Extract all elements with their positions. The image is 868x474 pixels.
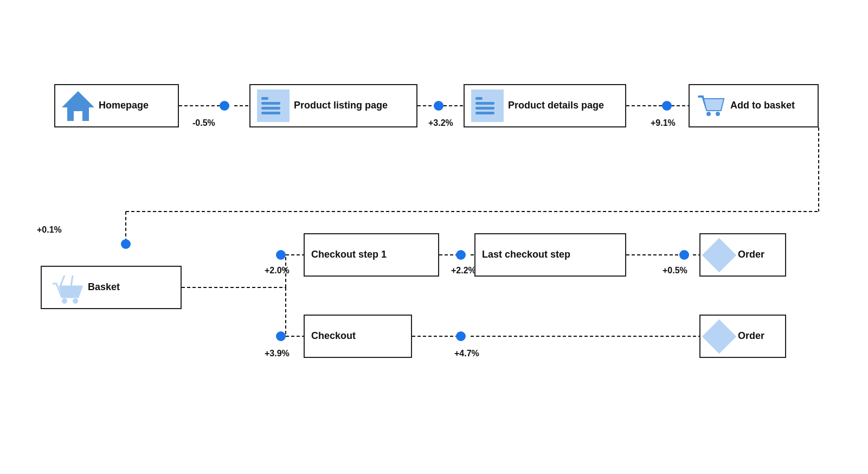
homepage-label: Homepage	[99, 100, 149, 112]
product-details-label: Product details page	[508, 100, 604, 112]
svg-point-22	[706, 112, 711, 116]
svg-line-26	[60, 276, 65, 286]
dot-lcs	[456, 250, 466, 260]
basket-label: Basket	[88, 281, 120, 293]
product-details-icon	[471, 89, 504, 122]
order1-icon	[707, 243, 731, 267]
add-to-basket-node: Add to basket	[689, 84, 819, 127]
pct-cs1-to-lcs: +2.2%	[451, 266, 476, 276]
last-checkout-label: Last checkout step	[482, 249, 570, 261]
pct-plp-to-pdp: +3.2%	[428, 118, 453, 128]
dot-cs1	[276, 250, 286, 260]
add-to-basket-label: Add to basket	[730, 100, 795, 112]
pct-atb-to-basket: +0.1%	[37, 225, 62, 235]
pct-lcs-to-order1: +0.5%	[663, 266, 687, 276]
dot-plp	[220, 101, 229, 111]
homepage-node: Homepage	[54, 84, 179, 127]
pct-c2-to-order2: +4.7%	[454, 349, 479, 358]
dot-c2	[276, 331, 286, 341]
svg-marker-21	[62, 91, 94, 121]
checkout-step1-label: Checkout step 1	[311, 249, 387, 261]
checkout2-label: Checkout	[311, 330, 356, 342]
svg-point-24	[62, 298, 67, 304]
pct-basket-to-cs1: +2.0%	[265, 266, 290, 276]
svg-point-25	[73, 298, 78, 304]
home-icon	[62, 88, 94, 124]
order2-node: Order	[699, 315, 786, 358]
pct-pdp-to-atb: +9.1%	[651, 118, 676, 128]
order1-node: Order	[699, 233, 786, 277]
checkout-step1-node: Checkout step 1	[304, 233, 439, 277]
dot-basket-from-atb	[121, 239, 131, 249]
pct-hp-to-plp: -0.5%	[192, 118, 215, 128]
product-listing-node: Product listing page	[249, 84, 417, 127]
cart-icon	[696, 91, 726, 121]
basket-icon	[48, 270, 83, 305]
dot-atb	[662, 101, 672, 111]
diagram-container: Homepage Product listing page Product de…	[0, 0, 868, 474]
order1-label: Order	[738, 249, 764, 261]
svg-line-27	[71, 276, 73, 286]
list-icon	[257, 89, 290, 122]
order2-icon	[707, 324, 731, 349]
last-checkout-node: Last checkout step	[474, 233, 626, 277]
dot-pdp	[434, 101, 443, 111]
product-details-node: Product details page	[464, 84, 626, 127]
basket-node: Basket	[41, 266, 182, 309]
svg-point-23	[716, 112, 720, 116]
dot-order2	[456, 331, 466, 341]
pct-basket-to-c2: +3.9%	[265, 349, 290, 358]
dot-order1	[679, 250, 689, 260]
order2-label: Order	[738, 330, 764, 342]
checkout2-node: Checkout	[304, 315, 412, 358]
product-listing-label: Product listing page	[294, 100, 388, 112]
